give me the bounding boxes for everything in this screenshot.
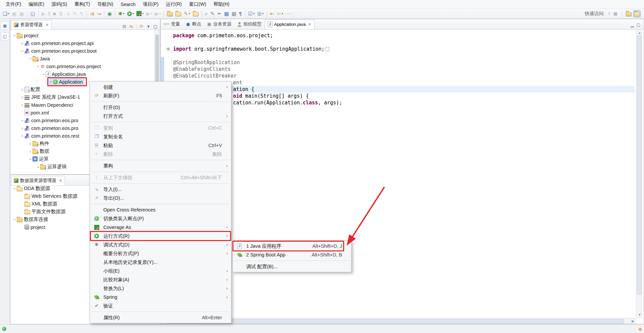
maximize-view-button[interactable]: ▢ [152, 23, 159, 30]
expand-chevron-icon[interactable]: › [20, 126, 24, 131]
collapse-all-button[interactable]: ⊟ [121, 23, 127, 30]
context-menu-item[interactable]: 运行方式(R)› [90, 232, 231, 240]
menubar-item[interactable]: 文件(F) [2, 0, 25, 8]
save-button[interactable]: ▣ [11, 10, 17, 18]
context-menu-item[interactable]: 打开方式› [90, 112, 231, 121]
expand-chevron-icon[interactable]: › [20, 118, 24, 123]
run-submenu-item[interactable]: 调试 配置(B)... [233, 262, 351, 271]
step-return-button[interactable]: ↰ [78, 10, 85, 18]
external-tools-button[interactable]: ✒ [216, 10, 223, 18]
tree-item[interactable]: ›JApplication.java [10, 70, 148, 78]
annotate-pen-button[interactable]: ✎▾ [183, 10, 191, 18]
tree-item[interactable]: ›com.primeton.eos.project.api [10, 39, 148, 47]
outline-button[interactable]: ⊞▾ [256, 10, 265, 18]
editor-tab-view[interactable]: ▣业务资源 [204, 19, 234, 29]
menubar-item[interactable]: 源码(S) [48, 0, 71, 8]
toolbar-drag-handle[interactable]: ⁞⁞ [608, 11, 610, 16]
show-whitespace-button[interactable]: ¶ [238, 10, 243, 18]
run-config-button[interactable]: ▶▾ [154, 10, 162, 18]
notification-icon[interactable]: ◆ [638, 326, 642, 332]
restore-views-button[interactable]: ▣ [1, 21, 9, 30]
context-menu-item[interactable]: 重构› [90, 161, 231, 170]
last-edit-button[interactable]: ⇤ [269, 10, 275, 18]
context-menu-item[interactable]: Coverage As› [90, 223, 231, 232]
back-button[interactable]: ⇦▾ [276, 10, 284, 18]
expand-chevron-icon[interactable]: › [20, 41, 24, 46]
tree-item[interactable]: ›com.primeton.eos.project.boot [10, 47, 148, 55]
editor-tab-active[interactable]: JApplication.java✕ [265, 19, 315, 29]
expand-chevron-icon[interactable]: › [28, 149, 33, 154]
debug-button[interactable]: ✱▾ [117, 10, 125, 18]
resource-explorer-tab[interactable]: 资源管理器✕ [11, 20, 52, 30]
pause-button[interactable]: ‖ [47, 10, 51, 18]
code-area[interactable]: package com.primeton.eos.project;⊕import… [160, 30, 636, 318]
open-resource-button[interactable] [174, 10, 182, 18]
show-table-button[interactable]: ▦ [231, 10, 237, 18]
resume-button[interactable]: ▶ [41, 10, 47, 18]
menubar-item[interactable]: 项目(P) [139, 0, 162, 8]
open-folder-button[interactable] [192, 10, 200, 18]
context-menu-item[interactable]: ⟳刷新(F)F5 [90, 91, 231, 100]
context-menu-item[interactable]: 替换为(L)› [90, 284, 231, 293]
next-annotation-button[interactable]: ⇉ [89, 10, 95, 18]
refresh-tree-button[interactable]: ⟳ [138, 23, 145, 30]
coverage-button[interactable]: ▾ [136, 10, 145, 18]
expand-chevron-icon[interactable]: › [20, 95, 24, 100]
run-submenu-item[interactable]: 2 Spring Boot AppAlt+Shift+D, B [233, 250, 351, 259]
new-button[interactable]: ❏▾ [2, 10, 10, 18]
server-status-icon[interactable] [2, 327, 6, 331]
task-list-button[interactable]: ☑▾ [247, 10, 256, 18]
context-menu-item[interactable]: ✔验证 [90, 301, 231, 310]
link-editor-button[interactable]: ⇆ [128, 23, 135, 30]
scrollbar-thumb[interactable] [637, 36, 642, 295]
quick-access-button[interactable]: 快速访问 [582, 10, 606, 17]
new-type-button[interactable] [166, 10, 174, 18]
tree-item[interactable]: ›Java [10, 55, 148, 62]
menubar-item[interactable]: 帮助(H) [210, 0, 233, 8]
context-menu-item[interactable]: ⎘粘贴Ctrl+V [90, 141, 231, 150]
link-navigate-button[interactable]: ↝ [96, 10, 102, 18]
step-over-button[interactable]: ↷ [71, 10, 78, 18]
editor-tab-view[interactable]: (x)=变量 [161, 19, 183, 29]
run-submenu-item[interactable]: J1 Java 应用程序Alt+Shift+D, J [233, 242, 351, 250]
perspective-eos-button[interactable] [633, 10, 641, 17]
editor-vertical-scrollbar[interactable]: ▲ ▼ [636, 30, 642, 318]
sculpt-pen-button[interactable]: ✎ [209, 10, 216, 18]
view-menu-button[interactable]: ▾ [145, 23, 152, 30]
search-button[interactable]: ⌕ [204, 10, 209, 18]
maximize-editor-button[interactable]: ▢ [637, 22, 640, 27]
context-menu-item[interactable]: 属性(R)Alt+Enter [90, 313, 231, 322]
forward-button[interactable]: ⇨▾ [285, 10, 293, 18]
context-menu-item[interactable]: 比较对象(A)› [90, 275, 231, 284]
tree-item[interactable]: ›project [10, 32, 148, 39]
menubar-item[interactable]: 重构(T) [71, 0, 94, 8]
open-perspective-button[interactable]: ⊞ [612, 10, 619, 17]
scrollbar-thumb[interactable] [167, 319, 624, 324]
menubar-item[interactable]: 运行(R) [162, 0, 185, 8]
expand-chevron-icon[interactable]: › [28, 141, 33, 146]
new-table-button[interactable]: ▦ [223, 10, 230, 18]
context-menu-item[interactable]: 打开(O) [90, 103, 231, 112]
editor-horizontal-scrollbar[interactable]: ◀ ▶ [161, 318, 636, 324]
debug-ui-button[interactable]: ◱ [30, 10, 36, 18]
perspective-resource-button[interactable] [625, 10, 632, 17]
expand-chevron-icon[interactable]: › [49, 79, 53, 84]
step-into-button[interactable]: ↴ [64, 10, 71, 18]
context-menu-item[interactable]: ⇗导出(O)... [90, 194, 231, 202]
context-menu-item[interactable]: C切换类装入断点(P) [90, 214, 231, 223]
expand-chevron-icon[interactable]: › [20, 87, 24, 92]
fold-expand-icon[interactable]: ⊕ [166, 46, 170, 51]
context-menu-item[interactable]: 创建› [90, 83, 231, 91]
minimize-editor-button[interactable]: ▁ [631, 22, 634, 27]
spring-boot-button[interactable]: ◉ [106, 10, 113, 18]
close-icon[interactable]: ✕ [59, 179, 62, 183]
stop-button[interactable]: ■ [52, 10, 57, 18]
profile-button[interactable]: ▶▾ [145, 10, 153, 18]
context-menu-item[interactable]: 小组(E)› [90, 267, 231, 275]
disconnect-button[interactable]: ⇅ [58, 10, 64, 18]
context-menu-item[interactable]: ✱调试方式(D)› [90, 240, 231, 249]
context-menu-item[interactable]: Spring› [90, 293, 231, 301]
menubar-item[interactable]: 窗口(W) [185, 0, 210, 8]
expand-chevron-icon[interactable]: › [36, 164, 40, 169]
editor-tab-view[interactable]: 组织模型 [234, 19, 265, 29]
